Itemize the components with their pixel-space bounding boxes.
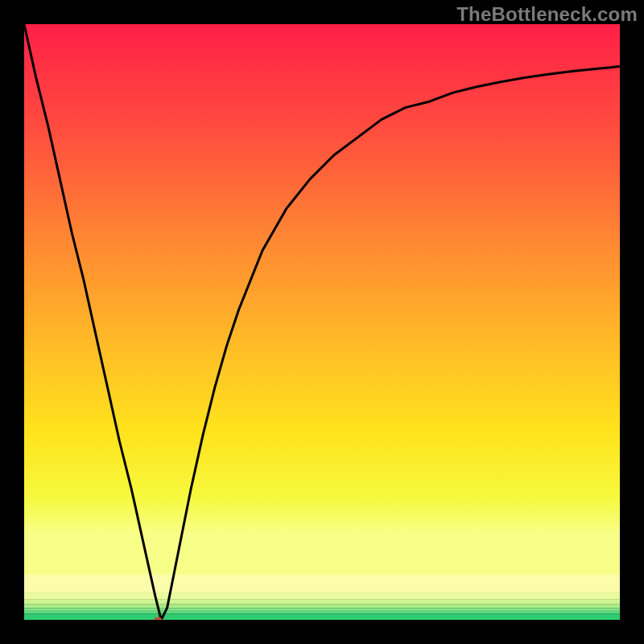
svg-rect-0 — [24, 24, 620, 576]
watermark-text: TheBottleneck.com — [456, 3, 638, 26]
svg-rect-2 — [24, 592, 620, 600]
chart-svg — [24, 24, 620, 620]
chart-plot-area — [24, 24, 620, 620]
svg-rect-7 — [24, 614, 620, 620]
chart-frame: TheBottleneck.com — [0, 0, 644, 644]
svg-rect-1 — [24, 575, 620, 592]
svg-rect-6 — [24, 611, 620, 614]
svg-rect-5 — [24, 608, 620, 611]
svg-rect-3 — [24, 600, 620, 605]
svg-rect-4 — [24, 605, 620, 608]
